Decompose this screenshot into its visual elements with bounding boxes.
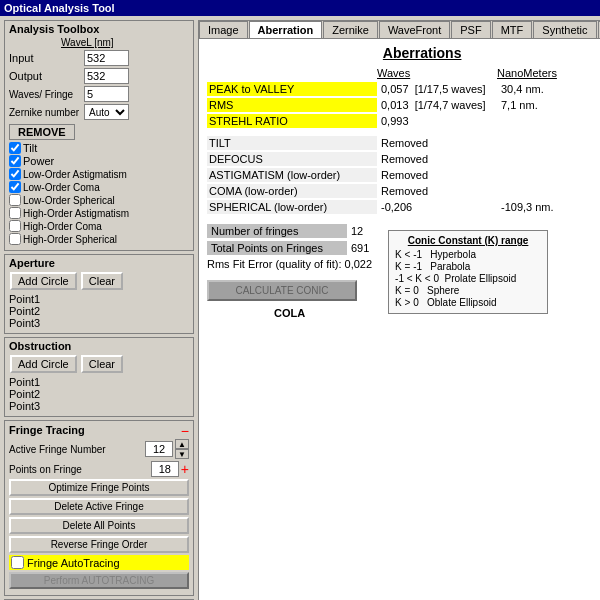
ab-row-defocus: DEFOCUS Removed xyxy=(207,152,600,166)
high-coma-label: High-Order Coma xyxy=(23,221,102,232)
calculate-conic-button: CALCULATE CONIC xyxy=(207,280,357,301)
low-spherical-checkbox[interactable] xyxy=(9,194,21,206)
autotrace-checkbox[interactable] xyxy=(11,556,24,569)
remove-button[interactable]: REMOVE xyxy=(9,124,75,140)
obstruction-title: Obstruction xyxy=(9,340,189,352)
tab-wavefront[interactable]: WaveFront xyxy=(379,21,450,38)
fringe-down-button[interactable]: ▼ xyxy=(175,449,189,459)
ab-waves-coma: Removed xyxy=(377,185,497,197)
tab-psf[interactable]: PSF xyxy=(451,21,490,38)
ab-name-ptv: PEAK to VALLEY xyxy=(207,82,377,96)
obstruction-add-circle-button[interactable]: Add Circle xyxy=(10,355,77,373)
ab-row-spherical: SPHERICAL (low-order) -0,206 -109,3 nm. xyxy=(207,200,600,214)
autotrace-checkbox-row: Fringe AutoTracing xyxy=(9,555,189,570)
high-spherical-checkbox[interactable] xyxy=(9,233,21,245)
conic-row-3: K = 0 Sphere xyxy=(395,285,541,296)
output-field[interactable] xyxy=(84,68,129,84)
output-label: Output xyxy=(9,70,84,82)
ab-row-tilt: TILT Removed xyxy=(207,136,600,150)
col-name-header xyxy=(207,67,377,79)
cola-label: COLA xyxy=(207,307,372,319)
low-astig-label: Low-Order Astigmatism xyxy=(23,169,127,180)
tab-zernike[interactable]: Zernike xyxy=(323,21,378,38)
aperture-group: Aperture Add Circle Clear Point1 Point2 … xyxy=(4,254,194,334)
input-label: Input xyxy=(9,52,84,64)
obstruction-point2: Point2 xyxy=(9,388,189,400)
ab-name-coma: COMA (low-order) xyxy=(207,184,377,198)
left-panel: Analysis Toolbox WaveL [nm] Input Output… xyxy=(4,20,194,600)
autotrace-label: Fringe AutoTracing xyxy=(27,557,120,569)
ab-name-spherical: SPHERICAL (low-order) xyxy=(207,200,377,214)
points-on-fringe-input[interactable] xyxy=(151,461,179,477)
active-fringe-label: Active Fringe Number xyxy=(9,444,106,455)
ab-row-strehl: STREHL RATIO 0,993 xyxy=(207,114,600,128)
obstruction-group: Obstruction Add Circle Clear Point1 Poin… xyxy=(4,337,194,417)
fringe-minus-icon[interactable]: − xyxy=(181,423,189,439)
rms-fit-label: Rms Fit Error (quality of fit): xyxy=(207,258,341,270)
tab-aberration[interactable]: Aberration xyxy=(249,21,323,38)
ab-nm-ptv: 30,4 nm. xyxy=(497,83,597,95)
title-bar: Optical Analysis Tool xyxy=(0,0,600,16)
ab-row-coma: COMA (low-order) Removed xyxy=(207,184,600,198)
wavel-header: WaveL [nm] xyxy=(61,37,189,48)
conic-title: Conic Constant (K) range xyxy=(395,235,541,246)
input-field[interactable] xyxy=(84,50,129,66)
ab-row-rms: RMS 0,013 [1/74,7 waves] 7,1 nm. xyxy=(207,98,600,112)
main-window: Optical Analysis Tool Analysis Toolbox W… xyxy=(0,0,600,600)
waves-field[interactable] xyxy=(84,86,129,102)
optimize-fringe-button[interactable]: Optimize Fringe Points xyxy=(9,479,189,496)
fringe-title: Fringe Tracing xyxy=(9,424,85,436)
low-astig-checkbox[interactable] xyxy=(9,168,21,180)
aperture-add-circle-button[interactable]: Add Circle xyxy=(10,272,77,290)
ab-name-astig: ASTIGMATISM (low-order) xyxy=(207,168,377,182)
aperture-point1: Point1 xyxy=(9,293,189,305)
ab-name-tilt: TILT xyxy=(207,136,377,150)
active-fringe-input[interactable] xyxy=(145,441,173,457)
fringe-plus-icon: + xyxy=(181,461,189,477)
high-spherical-label: High-Order Spherical xyxy=(23,234,117,245)
num-fringes-label: Number of fringes xyxy=(207,224,347,238)
conic-constant-box: Conic Constant (K) range K < -1 Hyperbol… xyxy=(388,230,548,314)
stats-section: Number of fringes 12 Total Points on Fri… xyxy=(207,224,372,319)
ab-waves-ptv: 0,057 [1/17,5 waves] xyxy=(377,83,497,95)
col-waves-header: Waves xyxy=(377,67,497,79)
conic-row-2: -1 < K < 0 Prolate Ellipsoid xyxy=(395,273,541,284)
high-astig-label: High-Order Astigmatism xyxy=(23,208,129,219)
conic-row-1: K = -1 Parabola xyxy=(395,261,541,272)
tilt-checkbox[interactable] xyxy=(9,142,21,154)
tilt-label: Tilt xyxy=(23,142,37,154)
obstruction-clear-button[interactable]: Clear xyxy=(81,355,123,373)
ab-waves-strehl: 0,993 xyxy=(377,115,497,127)
aperture-point2: Point2 xyxy=(9,305,189,317)
total-points-row: Total Points on Fringes 691 xyxy=(207,241,372,255)
power-label: Power xyxy=(23,155,54,167)
rms-fit-value: 0,022 xyxy=(345,258,373,270)
low-spherical-label: Low-Order Spherical xyxy=(23,195,115,206)
num-fringes-row: Number of fringes 12 xyxy=(207,224,372,238)
zernike-label: Zernike number xyxy=(9,107,84,118)
zernike-select[interactable]: Auto xyxy=(84,104,129,120)
title-text: Optical Analysis Tool xyxy=(4,2,115,14)
right-panel: Image Aberration Zernike WaveFront PSF M… xyxy=(198,20,600,600)
tab-mtf[interactable]: MTF xyxy=(492,21,533,38)
delete-all-points-button[interactable]: Delete All Points xyxy=(9,517,189,534)
aperture-clear-button[interactable]: Clear xyxy=(81,272,123,290)
num-fringes-value: 12 xyxy=(347,225,363,237)
low-coma-checkbox[interactable] xyxy=(9,181,21,193)
ab-waves-rms: 0,013 [1/74,7 waves] xyxy=(377,99,497,111)
obstruction-point3: Point3 xyxy=(9,400,189,412)
tab-synthetic[interactable]: Synthetic xyxy=(533,21,596,38)
reverse-fringe-button[interactable]: Reverse Fringe Order xyxy=(9,536,189,553)
total-points-value: 691 xyxy=(347,242,369,254)
high-coma-checkbox[interactable] xyxy=(9,220,21,232)
conic-row-4: K > 0 Oblate Ellipsoid xyxy=(395,297,541,308)
ab-waves-defocus: Removed xyxy=(377,153,497,165)
power-checkbox[interactable] xyxy=(9,155,21,167)
fringe-up-button[interactable]: ▲ xyxy=(175,439,189,449)
high-astig-checkbox[interactable] xyxy=(9,207,21,219)
tab-image[interactable]: Image xyxy=(199,21,248,38)
ab-waves-spherical: -0,206 xyxy=(377,201,497,213)
ab-waves-tilt: Removed xyxy=(377,137,497,149)
aperture-point3: Point3 xyxy=(9,317,189,329)
delete-active-fringe-button[interactable]: Delete Active Fringe xyxy=(9,498,189,515)
